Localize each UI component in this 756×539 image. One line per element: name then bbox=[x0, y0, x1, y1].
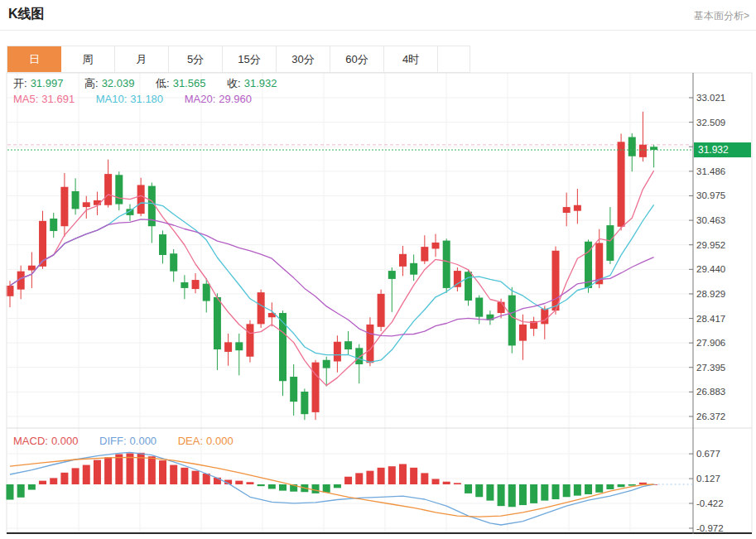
ohlc-readout: 开:31.997 高:32.039 低:31.565 收:31.932 bbox=[13, 76, 280, 91]
current-price-tag-text: 31.932 bbox=[698, 144, 729, 156]
macd-hist-bar bbox=[28, 484, 36, 490]
macd-hist-bar bbox=[399, 464, 407, 484]
macd-hist-bar bbox=[432, 479, 440, 484]
candle-body bbox=[563, 207, 571, 213]
candle-body bbox=[170, 253, 177, 271]
candle-body bbox=[72, 191, 79, 209]
macd-hist-bar bbox=[148, 456, 156, 484]
candle-body bbox=[475, 298, 483, 317]
macd-hist-bar bbox=[628, 484, 636, 486]
candle-body bbox=[432, 243, 440, 249]
macd-hist-bar bbox=[585, 484, 592, 494]
price-tick-label: 26.372 bbox=[696, 411, 725, 421]
macd-hist-bar bbox=[454, 483, 461, 484]
candle-body bbox=[290, 377, 297, 402]
macd-hist-bar bbox=[530, 484, 537, 503]
candle-body bbox=[246, 324, 253, 356]
candle-body bbox=[366, 325, 373, 363]
macd-hist-bar bbox=[541, 484, 548, 501]
candle-body bbox=[378, 294, 385, 327]
candle-body bbox=[465, 272, 472, 301]
macd-hist-bar bbox=[159, 460, 166, 484]
macd-hist-bar bbox=[115, 454, 123, 484]
macd-hist-bar bbox=[388, 466, 396, 484]
price-tick-label: 30.975 bbox=[696, 190, 725, 200]
macd-hist-bar bbox=[246, 482, 253, 484]
close-value: 31.932 bbox=[244, 77, 277, 89]
macd-hist-bar bbox=[279, 484, 287, 491]
kline-page: K线图 基本面分析> 日 周 月 5分 15分 30分 60分 4时 33.02… bbox=[0, 0, 756, 539]
macd-hist-bar bbox=[83, 465, 90, 484]
candle-body bbox=[50, 219, 57, 231]
macd-hist-bar bbox=[421, 473, 428, 484]
candle-body bbox=[192, 280, 200, 289]
price-tick-label: 28.417 bbox=[696, 314, 725, 324]
candle-body bbox=[258, 292, 265, 324]
candle-body bbox=[334, 342, 341, 362]
candle-body bbox=[312, 363, 320, 412]
candle-body bbox=[235, 342, 243, 350]
price-tick-label: 29.440 bbox=[696, 264, 725, 274]
macd-tick-label: 0.127 bbox=[696, 474, 720, 484]
price-tick-label: 26.883 bbox=[696, 387, 725, 397]
macd-hist-bar bbox=[552, 484, 560, 499]
candle-body bbox=[421, 247, 428, 261]
open-label: 开: bbox=[13, 77, 27, 89]
price-tick-label: 28.929 bbox=[696, 289, 725, 299]
diff-value: 0.000 bbox=[130, 435, 157, 447]
macd-readout: MACD:0.000 DIFF:0.000 DEA:0.000 bbox=[13, 435, 237, 447]
macd-hist-bar bbox=[344, 477, 352, 484]
candle-body bbox=[104, 174, 112, 205]
ma20-label: MA20: bbox=[185, 93, 216, 105]
diff-label: DIFF: bbox=[99, 435, 127, 447]
macd-hist-bar bbox=[192, 471, 200, 484]
macd-hist-bar bbox=[268, 484, 276, 488]
candle-body bbox=[181, 282, 188, 288]
price-tick-label: 27.906 bbox=[696, 338, 725, 348]
ma5-label: MA5: bbox=[13, 93, 38, 105]
price-tick-label: 27.395 bbox=[696, 363, 725, 373]
candle-body bbox=[574, 205, 581, 211]
macd-hist-bar bbox=[170, 465, 177, 484]
macd-hist-bar bbox=[498, 484, 505, 506]
ma5-value: 31.691 bbox=[41, 93, 75, 105]
low-label: 低: bbox=[156, 77, 170, 89]
macd-hist-bar bbox=[465, 484, 472, 493]
price-tick-label: 30.463 bbox=[696, 215, 725, 225]
macd-hist-bar bbox=[50, 478, 57, 484]
candle-body bbox=[344, 341, 352, 349]
ma20-value: 29.960 bbox=[219, 93, 252, 105]
candle-body bbox=[541, 309, 548, 325]
candle-body bbox=[519, 325, 527, 341]
candle-body bbox=[628, 137, 636, 156]
close-label: 收: bbox=[227, 77, 241, 89]
macd-hist-bar bbox=[60, 473, 68, 484]
macd-hist-bar bbox=[595, 484, 603, 493]
candle-body bbox=[388, 271, 396, 279]
macd-hist-bar bbox=[104, 457, 112, 484]
macd-value: 0.000 bbox=[51, 435, 79, 447]
candle-body bbox=[498, 302, 505, 313]
ma-readout: MA5:31.691 MA10:31.180 MA20:29.960 bbox=[13, 93, 255, 105]
candle-body bbox=[203, 284, 210, 301]
candle-body bbox=[214, 297, 221, 349]
candle-body bbox=[355, 348, 363, 364]
macd-hist-bar bbox=[181, 468, 188, 484]
candle-body bbox=[323, 360, 330, 368]
candle-body bbox=[399, 254, 407, 267]
candle-body bbox=[7, 286, 14, 296]
candle-body bbox=[224, 342, 232, 352]
candle-body bbox=[410, 263, 417, 275]
candle-body bbox=[115, 175, 123, 204]
macd-hist-bar bbox=[410, 468, 417, 484]
ma10-label: MA10: bbox=[96, 93, 128, 105]
macd-hist-bar bbox=[334, 484, 341, 488]
candle-body bbox=[301, 392, 308, 414]
price-tick-label: 29.952 bbox=[696, 240, 725, 250]
candle-body bbox=[443, 241, 450, 288]
candle-body bbox=[552, 251, 560, 310]
high-label: 高: bbox=[84, 77, 99, 89]
macd-hist-bar bbox=[443, 482, 450, 484]
candle-body bbox=[508, 296, 516, 346]
macd-hist-bar bbox=[235, 481, 243, 484]
